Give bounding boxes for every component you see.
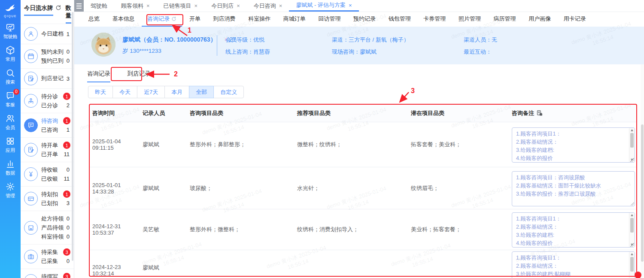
notes-textarea[interactable]: 1.顾客咨询项目：咨询玻尿酸2.顾客基础情况：面部干燥比较缺水3.给顾客的报价：… (512, 171, 635, 206)
resize-grip[interactable] (630, 157, 634, 162)
cell-consult (190, 250, 297, 264)
filter-today[interactable]: 今天 (112, 86, 137, 98)
flow-item[interactable]: 已分诊2 (41, 101, 70, 110)
tab-today-consult[interactable]: 今日咨询× (247, 0, 289, 12)
close-icon[interactable]: × (146, 3, 150, 9)
cube-icon (6, 45, 15, 55)
page-scrollbar-thumb[interactable] (641, 124, 644, 262)
field-value: 肖慧蓉 (253, 48, 270, 55)
rail-item-common[interactable]: 常用 (0, 45, 21, 63)
rail-item-members[interactable]: 会员 (0, 114, 21, 131)
filter-custom[interactable]: 自定义 (213, 86, 244, 98)
notes-scrollbar[interactable] (629, 252, 635, 278)
filter-yesterday[interactable]: 昨天 (88, 86, 113, 98)
collapse-menu-icon[interactable] (74, 0, 84, 12)
cell-recorder: 吴艺敏 (143, 226, 190, 233)
nav-photos[interactable]: 照片管理 (453, 12, 486, 26)
flow-item[interactable]: 待收银0 (41, 165, 70, 174)
filter-all[interactable]: 全部 (189, 86, 214, 98)
notes-scrollbar[interactable] (629, 213, 635, 247)
flow-item-count: 3 (67, 76, 70, 82)
table-row: 2025-01-01 14:33:28 廖斌斌 玻尿酸； 水光针； 纹绣眉毛； … (89, 167, 637, 209)
rail-item-apps[interactable]: 应用 (0, 136, 21, 154)
close-icon[interactable]: × (279, 3, 283, 9)
flow-item[interactable]: 待开单1 (41, 141, 70, 150)
resize-grip[interactable] (630, 201, 634, 205)
flow-item[interactable]: 已划扣3 (41, 199, 70, 208)
nav-mall-orders[interactable]: 商城订单 (278, 12, 311, 26)
refresh-icon[interactable] (55, 5, 61, 11)
flow-item-badge: 1 (63, 93, 70, 100)
refresh-icon[interactable] (171, 16, 176, 21)
flow-item[interactable]: 已收银11 (41, 174, 70, 183)
flow-item[interactable]: 预约未到0 (41, 47, 70, 56)
flow-item[interactable]: 预约已到0 (41, 56, 70, 65)
tab-label: 顾客领料 (121, 2, 143, 10)
nav-basic-info[interactable]: 基本信息 (107, 12, 140, 26)
flow-item-label: 预约未到 (41, 48, 64, 56)
nav-wallet[interactable]: 钱包管理 (383, 12, 416, 26)
locked-note-icon[interactable] (536, 110, 543, 116)
tab-today-arrivals[interactable]: 今日到店× (204, 0, 247, 12)
flow-item[interactable]: 待撰写3 (41, 272, 70, 278)
flow-group-consult: 待咨询1 已咨询1 (21, 113, 74, 137)
filter-this-month[interactable]: 本月 (164, 86, 189, 98)
flow-item-label: 已咨询 (41, 126, 58, 134)
banner-divider (217, 35, 217, 56)
rail-item-data[interactable]: 数据 (0, 159, 21, 176)
app-logo: QIQUE (0, 0, 21, 23)
nav-followup[interactable]: 回访管理 (313, 12, 346, 26)
notes-textarea[interactable]: 1.顾客咨询项目1：2.顾客基础情况：3.给顾客的建档:4.给顾客的报价 (512, 127, 635, 163)
flow-item[interactable]: 待划扣1 (41, 190, 70, 199)
col-header-recommend-category: 推荐项目品类 (297, 109, 411, 117)
close-icon[interactable]: × (349, 2, 352, 9)
consult-icon (24, 118, 38, 132)
cell-potential: 拓客套餐；美业科； (411, 141, 512, 148)
rail-item-dashboard[interactable]: 驾驶舱 (0, 23, 21, 40)
flow-item[interactable]: 科室待领0 (41, 232, 70, 241)
tab-customer-plan[interactable]: 廖斌斌 - 评估与方案× (289, 0, 358, 12)
rail-item-admin[interactable]: 管理 (0, 182, 21, 199)
flow-item-pending-consult[interactable]: 待咨询1 (41, 116, 70, 125)
tab-material[interactable]: 顾客领料× (114, 0, 157, 12)
flow-item[interactable]: 待分诊1 (41, 92, 70, 101)
rail-item-label: 会员 (0, 124, 21, 131)
resize-grip[interactable] (630, 242, 634, 247)
nav-medical-records[interactable]: 病历管理 (488, 12, 522, 26)
flow-item[interactable]: 待采集3 (41, 248, 70, 257)
notes-textarea[interactable]: 1.顾客咨询项目1：2.顾客基础情况：3.给顾客的建档:黏糊糊4.给顾客的报价 (512, 251, 635, 278)
flow-item[interactable]: 到店登记3 (41, 74, 70, 83)
nav-dept-operations[interactable]: 科室操作 (243, 12, 276, 26)
flow-item[interactable]: 处方待领0 (41, 214, 70, 223)
nav-appointments[interactable]: 预约记录 (348, 12, 381, 26)
nav-coupons[interactable]: 卡券管理 (418, 12, 451, 26)
close-icon[interactable]: × (194, 3, 198, 9)
field-value: 三方平台 / 新氧（梅子） (349, 36, 409, 43)
page-scrollbar[interactable] (641, 64, 644, 278)
nav-user-profile[interactable]: 用户画像 (523, 12, 556, 26)
tab-sold-items[interactable]: 已销售项目× (157, 0, 205, 12)
table-row: 2024-12-31 10:53:37 吴艺敏 整形外科；微整科； 纹绣科；消费… (89, 209, 637, 250)
flow-scrollbar[interactable] (72, 12, 73, 261)
notes-scrollbar[interactable] (629, 128, 635, 162)
tab-dashboard[interactable]: 驾驶舱 (84, 0, 114, 12)
tab-consult-records[interactable]: 咨询记录 (87, 70, 110, 82)
annotation-dot (635, 272, 641, 278)
flow-item[interactable]: 已咨询1 (41, 125, 70, 134)
flow-item[interactable]: 产品待领0 (41, 223, 70, 232)
rail-item-search[interactable]: 搜索 (0, 68, 21, 85)
filter-last7days[interactable]: 近7天 (137, 86, 165, 98)
nav-card-usage[interactable]: 用卡记录 (558, 12, 592, 26)
close-icon[interactable]: × (237, 3, 240, 9)
tab-label: 已销售项目 (164, 2, 191, 10)
flow-item[interactable]: 今日建档1 (41, 30, 70, 39)
flow-item-label: 待划扣 (41, 190, 58, 198)
flow-item[interactable]: 已采集0 (41, 257, 70, 266)
rail-item-label: 应用 (0, 147, 21, 154)
rail-item-service[interactable]: 0 客服 (0, 91, 21, 108)
nav-store-consumption[interactable]: 到店消费 (208, 12, 241, 26)
flow-item[interactable]: 已开单11 (41, 150, 70, 159)
col-header-notes: 咨询备注 (512, 109, 637, 117)
nav-overview[interactable]: 总览 (83, 12, 105, 26)
notes-textarea[interactable]: 1.顾客咨询项目1：2.顾客基础情况：3.给顾客的建档:4.给顾客的报价 (512, 212, 635, 248)
